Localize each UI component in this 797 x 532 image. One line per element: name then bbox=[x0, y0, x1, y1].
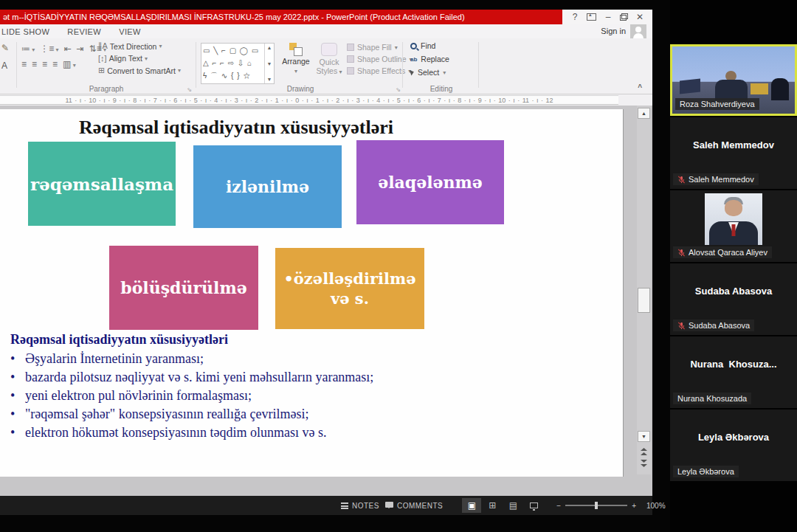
quick-styles-icon bbox=[321, 43, 337, 56]
scroll-up-icon[interactable]: ▲ bbox=[638, 108, 650, 119]
tab-slide-show[interactable]: LIDE SHOW bbox=[0, 27, 58, 36]
shape-box-label: rəqəmsallaşma bbox=[30, 174, 173, 194]
participant-display-name: Saleh Memmedov bbox=[670, 117, 797, 173]
text-direction-button[interactable]: ∥AText Direction bbox=[98, 41, 181, 51]
participant-tile-saleh[interactable]: Saleh Memmedov Saleh Memmedov bbox=[670, 117, 797, 189]
participant-tile-nurana[interactable]: Nurana Khosuza... Nurana Khosuzada bbox=[670, 336, 797, 408]
convert-smartart-button[interactable]: ⊞Convert to SmartArt bbox=[98, 66, 181, 75]
zoom-level[interactable]: 100% bbox=[646, 502, 666, 510]
shapes-row-3[interactable] bbox=[203, 69, 263, 82]
shapes-row-1[interactable] bbox=[203, 44, 263, 57]
align-left-icon[interactable]: ≡ bbox=[21, 59, 27, 69]
gallery-more-icon[interactable]: ▼ bbox=[265, 77, 274, 82]
scroll-down-icon[interactable]: ▼ bbox=[638, 431, 650, 442]
slide-bullet-list[interactable]: Əşyalarin İnternetinin yaranması; bazard… bbox=[25, 351, 373, 443]
align-center-icon[interactable]: ≡ bbox=[32, 59, 37, 69]
slide-title[interactable]: Rəqəmsal iqtisadiyyatın xüsusiyyətləri bbox=[0, 117, 472, 139]
comments-button[interactable]: COMMENTS bbox=[385, 502, 443, 510]
paragraph-dialog-launcher-icon[interactable]: ⇘ bbox=[187, 86, 192, 93]
tab-review[interactable]: REVIEW bbox=[58, 27, 110, 36]
group-separator bbox=[402, 42, 403, 88]
drawing-group: ▲ ▼ ▼ Arrange Quick Styles Shape Fill Sh… bbox=[198, 38, 403, 94]
participant-tile-leyla[interactable]: Leyla Əkbərova Leyla Əkbərova bbox=[670, 410, 797, 481]
video-person-shape bbox=[771, 78, 789, 100]
select-icon bbox=[410, 69, 415, 75]
close-icon[interactable]: ✕ bbox=[635, 12, 645, 22]
participant-tile-roza[interactable]: Roza Shahverdiyeva bbox=[670, 44, 797, 116]
shapes-row-2[interactable] bbox=[203, 57, 263, 69]
comments-icon bbox=[385, 502, 393, 508]
collapse-ribbon-icon[interactable]: ^ bbox=[638, 83, 642, 91]
restore-icon[interactable] bbox=[620, 13, 628, 21]
slide-list-heading[interactable]: Rəqəmsal iqtisadiyyatın xüsusiyyətləri bbox=[10, 332, 228, 348]
bullet-item: yeni elektron pul növlərinin formalaşmas… bbox=[25, 388, 373, 404]
zoom-slider[interactable] bbox=[565, 505, 627, 506]
slideshow-view-icon[interactable] bbox=[524, 498, 543, 513]
justify-icon[interactable]: ≡ bbox=[52, 59, 58, 69]
participant-name-tag: Nurana Khosuzada bbox=[673, 393, 751, 404]
shape-outline-icon bbox=[347, 55, 354, 63]
gallery-down-icon[interactable]: ▼ bbox=[265, 61, 274, 66]
ruler[interactable]: 11 · ı · 10 · ı · 9 · ı · 8 · ı · 7 · ı … bbox=[0, 95, 618, 105]
zoom-in-icon[interactable]: + bbox=[632, 502, 636, 510]
slide-sorter-view-icon[interactable]: ⊞ bbox=[483, 498, 502, 513]
decrease-indent-icon[interactable]: ⇤ bbox=[64, 44, 72, 54]
clipboard-cut-icons: ✎A bbox=[1, 43, 15, 71]
previous-slide-icon[interactable] bbox=[639, 446, 649, 455]
drawing-group-label: Drawing bbox=[198, 85, 403, 93]
paragraph-group-label: Paragraph bbox=[18, 85, 194, 93]
help-icon[interactable]: ? bbox=[570, 12, 580, 22]
minimize-icon[interactable]: – bbox=[603, 12, 613, 22]
numbered-list-icon[interactable]: ⋮≡ bbox=[40, 44, 58, 54]
participants-panel: Roza Shahverdiyeva Saleh Memmedov Saleh … bbox=[670, 0, 797, 532]
shape-box-bolusdurulme[interactable]: bölüşdürülmə bbox=[109, 246, 258, 330]
slide[interactable]: Rəqəmsal iqtisadiyyatın xüsusiyyətləri r… bbox=[0, 109, 624, 477]
drawing-dialog-launcher-icon[interactable]: ⇘ bbox=[396, 86, 401, 93]
replace-button[interactable]: abReplace bbox=[410, 55, 477, 63]
shape-box-izlenilme[interactable]: izlənilmə bbox=[193, 145, 342, 228]
participant-tile-alovsat[interactable]: Alovsat Qaraca Aliyev bbox=[670, 190, 797, 262]
shape-fill-icon bbox=[347, 44, 354, 51]
editing-group: Find abReplace Select Editing bbox=[406, 38, 477, 94]
shapes-gallery-scroll[interactable]: ▲ ▼ ▼ bbox=[264, 44, 274, 83]
view-buttons: ▣ ⊞ ▤ bbox=[462, 498, 543, 513]
participant-name-tag: Roza Shahverdiyeva bbox=[675, 98, 759, 110]
scrollbar-thumb[interactable] bbox=[638, 288, 650, 313]
shapes-gallery[interactable]: ▲ ▼ ▼ bbox=[201, 43, 275, 84]
align-right-icon[interactable]: ≡ bbox=[42, 59, 47, 69]
powerpoint-window: ət m--İQTİSADİYYATIN RƏQƏMSALLAŞDIRILMAS… bbox=[0, 10, 652, 515]
shape-box-ozellesdirilme[interactable]: •özəlləşdirilmə və s. bbox=[275, 248, 424, 329]
shape-box-reqemsallasma[interactable]: rəqəmsallaşma bbox=[28, 142, 176, 226]
gallery-up-icon[interactable]: ▲ bbox=[265, 45, 274, 50]
normal-view-icon[interactable]: ▣ bbox=[462, 498, 481, 513]
next-slide-icon[interactable] bbox=[639, 457, 649, 466]
slide-canvas: Rəqəmsal iqtisadiyyatın xüsusiyyətləri r… bbox=[0, 106, 652, 496]
arrange-button[interactable]: Arrange bbox=[280, 43, 311, 75]
group-separator bbox=[478, 42, 479, 88]
zoom-out-icon[interactable]: − bbox=[556, 502, 561, 510]
align-text-button[interactable]: [↕]Align Text bbox=[98, 54, 181, 63]
video-monitor-shape bbox=[680, 79, 700, 94]
notes-button[interactable]: NOTES bbox=[341, 502, 379, 510]
zoom-slider-thumb[interactable] bbox=[595, 502, 598, 509]
increase-indent-icon[interactable]: ⇥ bbox=[77, 44, 84, 54]
sign-in-link[interactable]: Sign in bbox=[601, 27, 626, 35]
reading-view-icon[interactable]: ▤ bbox=[503, 498, 522, 513]
participant-display-name: Nurana Khosuza... bbox=[670, 336, 797, 392]
quick-styles-button[interactable]: Quick Styles bbox=[314, 43, 344, 75]
participant-name-tag: Leyla Əkbərova bbox=[673, 466, 739, 477]
select-button[interactable]: Select bbox=[410, 68, 477, 77]
find-button[interactable]: Find bbox=[410, 41, 477, 50]
video-person-shape bbox=[715, 80, 748, 100]
participant-tile-sudaba[interactable]: Sudaba Abasova Sudaba Abasova bbox=[670, 263, 797, 335]
shape-effects-icon bbox=[347, 67, 354, 75]
bullet-list-icon[interactable]: ≔ bbox=[21, 44, 35, 54]
tab-view[interactable]: VIEW bbox=[110, 27, 150, 36]
shape-box-elaqelenme[interactable]: əlaqələnmə bbox=[356, 140, 504, 224]
participant-display-name: Leyla Əkbərova bbox=[670, 410, 797, 465]
notes-icon bbox=[341, 502, 348, 504]
vertical-scrollbar[interactable]: ▲ ▼ bbox=[637, 106, 651, 474]
title-bar: ət m--İQTİSADİYYATIN RƏQƏMSALLAŞDIRILMAS… bbox=[0, 10, 652, 24]
columns-icon[interactable]: ▥ bbox=[63, 59, 76, 69]
ribbon-display-options-icon[interactable] bbox=[587, 13, 596, 21]
